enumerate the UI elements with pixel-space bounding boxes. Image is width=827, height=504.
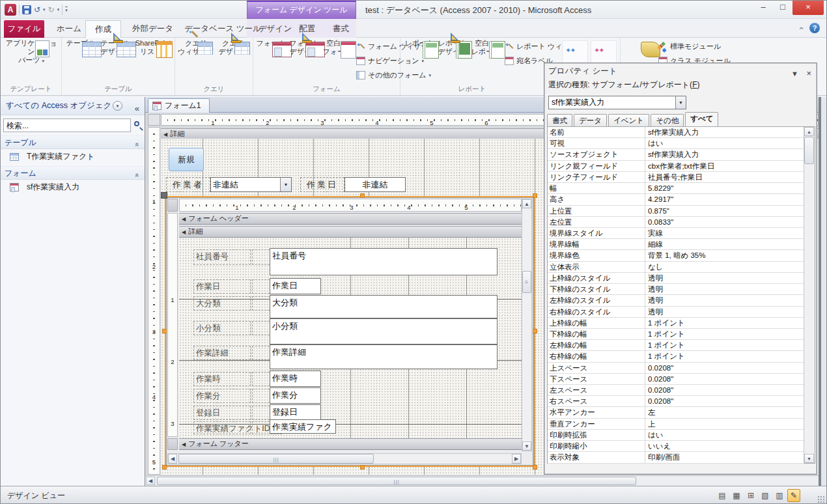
tab-home[interactable]: ホーム [48, 20, 91, 38]
property-value[interactable]: 実線 [645, 228, 804, 238]
property-value[interactable]: いいえ [645, 441, 804, 451]
blank-report-button[interactable]: 空白の レポート [470, 39, 502, 85]
nav-item-form[interactable]: sf作業実績入力 [1, 180, 145, 195]
field-label-control[interactable]: 小分類 [193, 321, 251, 335]
property-value[interactable]: 4.2917" [645, 194, 804, 204]
close-icon[interactable]: × [806, 66, 811, 81]
subform-control[interactable]: 12345 ◀フォーム ヘッダー ◀詳細 123 [165, 196, 535, 467]
field-textbox-control[interactable]: 作業実績ファク [270, 419, 336, 434]
property-sheet-header[interactable]: プロパティ シート ▼ × [544, 63, 817, 79]
tab-all[interactable]: すべて [685, 112, 718, 126]
property-value[interactable]: 0.0833" [645, 217, 804, 227]
combo-dropdown-icon[interactable]: ▼ [675, 96, 686, 109]
save-icon[interactable] [22, 5, 31, 14]
document-tab-form1[interactable]: フォーム1 [148, 98, 210, 113]
property-sheet-scrollbar[interactable]: ▲ ▼ [804, 127, 815, 463]
worker-label-control[interactable]: 作業者 [166, 177, 210, 192]
search-input[interactable] [3, 119, 131, 132]
resize-handle-bottom-right[interactable] [533, 465, 537, 469]
form-view-button[interactable]: ▤ [716, 489, 729, 502]
scroll-down-icon[interactable]: ▼ [522, 441, 531, 451]
property-value[interactable]: 細線 [645, 239, 804, 249]
scroll-up-icon[interactable]: ▲ [804, 127, 814, 136]
field-textbox-control[interactable]: 社員番号 [270, 248, 498, 275]
scrollbar-thumb[interactable]: ||| [157, 477, 636, 485]
property-value[interactable]: 0.875" [645, 206, 804, 216]
property-row[interactable]: 上位置 0.875" [548, 206, 804, 217]
field-textbox-control[interactable]: 小分類 [270, 318, 498, 344]
date-label-control[interactable]: 作業日 [300, 177, 344, 192]
field-textbox-control[interactable]: 作業詳細 [270, 344, 498, 369]
subform-vertical-ruler[interactable]: 123 [167, 213, 178, 437]
undo-icon[interactable]: ↺ [34, 3, 40, 16]
table-button[interactable]: テーブル [64, 39, 97, 85]
close-button[interactable]: × [792, 1, 824, 15]
property-row[interactable]: 水平アンカー 左 [548, 407, 804, 418]
property-row[interactable]: 可視 はい [548, 138, 804, 149]
tab-external-data[interactable]: 外部データ [123, 20, 182, 38]
property-row[interactable]: 印刷時拡張 はい [548, 430, 804, 441]
property-row[interactable]: 上枠線のスタイル 透明 [548, 273, 804, 284]
resize-handle-bottom-left[interactable] [162, 465, 167, 469]
undo-dropdown-icon[interactable]: ▾ [43, 7, 46, 12]
resize-handle-top[interactable] [360, 193, 365, 198]
field-label-control[interactable]: 登録日 [193, 406, 251, 420]
field-textbox-control[interactable]: 作業時 [270, 371, 321, 387]
field-textbox-control[interactable]: 作業日 [270, 278, 321, 294]
property-value[interactable]: sf作業実績入力 [645, 149, 804, 160]
property-value[interactable]: 0.0208" [645, 363, 804, 373]
nav-menu-icon[interactable]: ▼ [113, 101, 122, 111]
field-label-control[interactable]: 作業時 [193, 372, 251, 386]
resize-grip[interactable] [817, 496, 825, 503]
property-value[interactable]: sf作業実績入力 [645, 127, 804, 137]
property-row[interactable]: リンク親フィールド cbx作業者;txt作業日 [548, 161, 804, 172]
scroll-right-icon[interactable]: ▶ [512, 454, 521, 464]
customize-qat-icon[interactable]: ▾ [65, 7, 68, 13]
form-button[interactable]: フォーム [255, 39, 287, 85]
property-value[interactable]: 5.8229" [645, 183, 804, 193]
shutter-bar-icon[interactable]: « [135, 100, 139, 117]
scrollbar-thumb[interactable]: ||| [178, 454, 374, 464]
worker-combobox-control[interactable]: 非連結 ▼ [210, 177, 292, 192]
date-textbox-control[interactable]: 非連結 [344, 177, 406, 192]
property-value[interactable]: 1 ポイント [645, 340, 804, 350]
query-design-button[interactable]: クエリ デザイン [216, 39, 251, 85]
subform-horizontal-scrollbar[interactable]: ◀ ||| ▶ [167, 453, 522, 464]
tab-event[interactable]: イベント [608, 114, 649, 126]
report-design-button[interactable]: レポート デザイン [436, 39, 470, 85]
pivot-table-view-button[interactable]: ⊞ [744, 489, 757, 502]
datasheet-view-button[interactable]: ▦ [730, 489, 743, 502]
dropdown-icon[interactable]: ▼ [791, 66, 798, 81]
property-row[interactable]: ソースオブジェクト sf作業実績入力 [548, 149, 804, 160]
main-horizontal-scrollbar[interactable]: ◀ ||| [145, 475, 819, 486]
scroll-down-icon[interactable]: ▼ [804, 454, 814, 463]
form-design-button[interactable]: フォーム デザイン [287, 39, 321, 85]
property-row[interactable]: 右スペース 0.0208" [548, 396, 804, 407]
property-value[interactable]: 透明 [645, 295, 804, 305]
layout-view-button[interactable]: ▥ [773, 489, 786, 502]
property-value[interactable]: はい [645, 138, 804, 148]
field-label-control[interactable]: 作業実績ファクトID [193, 421, 251, 434]
section-selector[interactable] [167, 438, 178, 450]
property-row[interactable]: 表示対象 印刷/画面 [548, 452, 804, 463]
property-value[interactable]: 1 ポイント [645, 329, 804, 339]
property-row[interactable]: 幅 5.8229" [548, 183, 804, 194]
access-app-icon[interactable]: A [5, 4, 16, 16]
property-row[interactable]: 下スペース 0.0208" [548, 374, 804, 385]
property-row[interactable]: 名前 sf作業実績入力 [548, 127, 804, 138]
field-label-control[interactable]: 社員番号 [193, 249, 251, 265]
field-label-control[interactable]: 大分類 [193, 296, 251, 311]
property-value[interactable]: 背景 1, 暗め 35% [645, 250, 804, 260]
minimize-ribbon-icon[interactable]: ‹ [796, 27, 806, 29]
property-row[interactable]: 下枠線の幅 1 ポイント [548, 329, 804, 340]
chevron-double-up-icon[interactable]: « [131, 173, 144, 177]
property-value[interactable]: 透明 [645, 273, 804, 283]
module-button[interactable]: 標準モジュール [658, 40, 721, 53]
property-row[interactable]: 左スペース 0.0208" [548, 385, 804, 396]
property-row[interactable]: 境界線幅 細線 [548, 239, 804, 250]
resize-handle-right[interactable] [533, 329, 537, 333]
property-value[interactable]: 上 [645, 419, 804, 429]
maximize-button[interactable]: □ [773, 1, 792, 15]
resize-handle-bottom[interactable] [360, 465, 365, 469]
search-icon[interactable] [134, 121, 139, 126]
